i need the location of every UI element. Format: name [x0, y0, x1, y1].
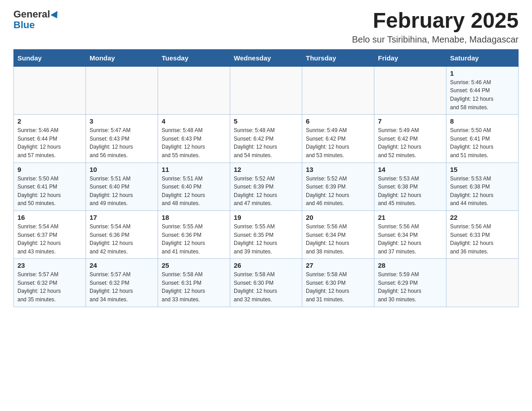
day-number: 7	[378, 117, 442, 125]
calendar-day-cell: 18Sunrise: 5:55 AM Sunset: 6:36 PM Dayli…	[158, 210, 230, 258]
day-number: 9	[17, 166, 82, 173]
day-info: Sunrise: 5:56 AM Sunset: 6:34 PM Dayligh…	[378, 223, 442, 256]
day-number: 13	[306, 166, 370, 173]
day-number: 21	[378, 214, 442, 221]
logo-triangle-icon	[51, 11, 61, 20]
calendar-day-cell: 3Sunrise: 5:47 AM Sunset: 6:43 PM Daylig…	[86, 115, 158, 163]
weekday-header-sunday: Sunday	[14, 49, 86, 66]
day-info: Sunrise: 5:52 AM Sunset: 6:39 PM Dayligh…	[234, 175, 298, 208]
calendar-day-cell: 24Sunrise: 5:57 AM Sunset: 6:32 PM Dayli…	[86, 259, 158, 307]
calendar-day-cell: 11Sunrise: 5:51 AM Sunset: 6:40 PM Dayli…	[158, 163, 230, 210]
calendar-day-cell: 14Sunrise: 5:53 AM Sunset: 6:38 PM Dayli…	[374, 163, 446, 210]
calendar-day-cell: 26Sunrise: 5:58 AM Sunset: 6:30 PM Dayli…	[230, 259, 302, 307]
calendar-day-cell: 27Sunrise: 5:58 AM Sunset: 6:30 PM Dayli…	[302, 259, 374, 307]
weekday-header-saturday: Saturday	[446, 49, 519, 66]
day-info: Sunrise: 5:50 AM Sunset: 6:41 PM Dayligh…	[450, 126, 515, 159]
calendar-day-cell: 20Sunrise: 5:56 AM Sunset: 6:34 PM Dayli…	[302, 210, 374, 258]
day-number: 11	[162, 166, 226, 173]
day-info: Sunrise: 5:56 AM Sunset: 6:33 PM Dayligh…	[450, 223, 515, 256]
calendar-day-cell: 1Sunrise: 5:46 AM Sunset: 6:44 PM Daylig…	[446, 66, 519, 114]
logo-blue-text: Blue	[13, 19, 35, 30]
logo: General Blue	[13, 9, 60, 30]
calendar-day-cell	[14, 66, 86, 114]
day-number: 2	[17, 117, 82, 125]
day-info: Sunrise: 5:51 AM Sunset: 6:40 PM Dayligh…	[90, 175, 154, 208]
day-info: Sunrise: 5:58 AM Sunset: 6:30 PM Dayligh…	[306, 270, 370, 304]
calendar-header: SundayMondayTuesdayWednesdayThursdayFrid…	[14, 49, 519, 66]
day-info: Sunrise: 5:55 AM Sunset: 6:36 PM Dayligh…	[162, 223, 226, 256]
calendar-day-cell: 8Sunrise: 5:50 AM Sunset: 6:41 PM Daylig…	[446, 115, 519, 163]
calendar-day-cell: 6Sunrise: 5:49 AM Sunset: 6:42 PM Daylig…	[302, 115, 374, 163]
calendar-day-cell: 2Sunrise: 5:46 AM Sunset: 6:44 PM Daylig…	[14, 115, 86, 163]
title-area: February 2025 Belo sur Tsiribihina, Mena…	[352, 9, 519, 45]
calendar-body: 1Sunrise: 5:46 AM Sunset: 6:44 PM Daylig…	[14, 66, 519, 307]
day-number: 27	[306, 261, 370, 269]
day-number: 16	[17, 214, 82, 221]
day-number: 24	[90, 261, 154, 269]
day-info: Sunrise: 5:53 AM Sunset: 6:38 PM Dayligh…	[378, 175, 442, 208]
day-info: Sunrise: 5:55 AM Sunset: 6:35 PM Dayligh…	[234, 223, 298, 256]
day-number: 26	[234, 261, 298, 269]
day-info: Sunrise: 5:54 AM Sunset: 6:36 PM Dayligh…	[90, 223, 154, 256]
day-number: 28	[378, 261, 442, 269]
weekday-header-friday: Friday	[374, 49, 446, 66]
day-number: 19	[234, 214, 298, 221]
day-info: Sunrise: 5:54 AM Sunset: 6:37 PM Dayligh…	[17, 223, 82, 256]
day-number: 1	[450, 69, 515, 77]
calendar-day-cell	[86, 66, 158, 114]
day-info: Sunrise: 5:58 AM Sunset: 6:30 PM Dayligh…	[234, 270, 298, 304]
day-number: 22	[450, 214, 515, 221]
calendar-day-cell: 28Sunrise: 5:59 AM Sunset: 6:29 PM Dayli…	[374, 259, 446, 307]
calendar-day-cell	[230, 66, 302, 114]
day-number: 25	[162, 261, 226, 269]
page-header: General Blue February 2025 Belo sur Tsir…	[13, 9, 519, 45]
calendar-day-cell: 5Sunrise: 5:48 AM Sunset: 6:42 PM Daylig…	[230, 115, 302, 163]
calendar-day-cell: 17Sunrise: 5:54 AM Sunset: 6:36 PM Dayli…	[86, 210, 158, 258]
day-info: Sunrise: 5:56 AM Sunset: 6:34 PM Dayligh…	[306, 223, 370, 256]
calendar-day-cell	[374, 66, 446, 114]
calendar-week-row: 9Sunrise: 5:50 AM Sunset: 6:41 PM Daylig…	[14, 163, 519, 210]
calendar-day-cell: 23Sunrise: 5:57 AM Sunset: 6:32 PM Dayli…	[14, 259, 86, 307]
day-info: Sunrise: 5:52 AM Sunset: 6:39 PM Dayligh…	[306, 175, 370, 208]
day-info: Sunrise: 5:46 AM Sunset: 6:44 PM Dayligh…	[450, 78, 515, 111]
calendar-day-cell: 16Sunrise: 5:54 AM Sunset: 6:37 PM Dayli…	[14, 210, 86, 258]
calendar-day-cell	[302, 66, 374, 114]
calendar-day-cell: 22Sunrise: 5:56 AM Sunset: 6:33 PM Dayli…	[446, 210, 519, 258]
weekday-header-monday: Monday	[86, 49, 158, 66]
day-number: 4	[162, 117, 226, 125]
calendar-day-cell: 19Sunrise: 5:55 AM Sunset: 6:35 PM Dayli…	[230, 210, 302, 258]
day-info: Sunrise: 5:58 AM Sunset: 6:31 PM Dayligh…	[162, 270, 226, 304]
calendar-day-cell: 21Sunrise: 5:56 AM Sunset: 6:34 PM Dayli…	[374, 210, 446, 258]
day-number: 5	[234, 117, 298, 125]
day-info: Sunrise: 5:49 AM Sunset: 6:42 PM Dayligh…	[378, 126, 442, 159]
calendar-week-row: 16Sunrise: 5:54 AM Sunset: 6:37 PM Dayli…	[14, 210, 519, 258]
day-info: Sunrise: 5:53 AM Sunset: 6:38 PM Dayligh…	[450, 175, 515, 208]
weekday-header-thursday: Thursday	[302, 49, 374, 66]
calendar-day-cell	[446, 259, 519, 307]
day-number: 10	[90, 166, 154, 173]
calendar-day-cell: 4Sunrise: 5:48 AM Sunset: 6:43 PM Daylig…	[158, 115, 230, 163]
calendar-day-cell: 25Sunrise: 5:58 AM Sunset: 6:31 PM Dayli…	[158, 259, 230, 307]
day-info: Sunrise: 5:48 AM Sunset: 6:42 PM Dayligh…	[234, 126, 298, 159]
location-subtitle: Belo sur Tsiribihina, Menabe, Madagascar	[352, 34, 519, 45]
day-number: 23	[17, 261, 82, 269]
day-number: 17	[90, 214, 154, 221]
calendar-week-row: 2Sunrise: 5:46 AM Sunset: 6:44 PM Daylig…	[14, 115, 519, 163]
day-number: 3	[90, 117, 154, 125]
calendar-day-cell: 15Sunrise: 5:53 AM Sunset: 6:38 PM Dayli…	[446, 163, 519, 210]
calendar-table: SundayMondayTuesdayWednesdayThursdayFrid…	[13, 49, 519, 307]
day-number: 12	[234, 166, 298, 173]
day-info: Sunrise: 5:57 AM Sunset: 6:32 PM Dayligh…	[17, 270, 82, 304]
calendar-day-cell	[158, 66, 230, 114]
day-info: Sunrise: 5:50 AM Sunset: 6:41 PM Dayligh…	[17, 175, 82, 208]
calendar-week-row: 1Sunrise: 5:46 AM Sunset: 6:44 PM Daylig…	[14, 66, 519, 114]
day-number: 6	[306, 117, 370, 125]
day-number: 20	[306, 214, 370, 221]
day-info: Sunrise: 5:57 AM Sunset: 6:32 PM Dayligh…	[90, 270, 154, 304]
day-number: 8	[450, 117, 515, 125]
day-info: Sunrise: 5:46 AM Sunset: 6:44 PM Dayligh…	[17, 126, 82, 159]
calendar-day-cell: 7Sunrise: 5:49 AM Sunset: 6:42 PM Daylig…	[374, 115, 446, 163]
day-info: Sunrise: 5:48 AM Sunset: 6:43 PM Dayligh…	[162, 126, 226, 159]
calendar-week-row: 23Sunrise: 5:57 AM Sunset: 6:32 PM Dayli…	[14, 259, 519, 307]
day-info: Sunrise: 5:47 AM Sunset: 6:43 PM Dayligh…	[90, 126, 154, 159]
